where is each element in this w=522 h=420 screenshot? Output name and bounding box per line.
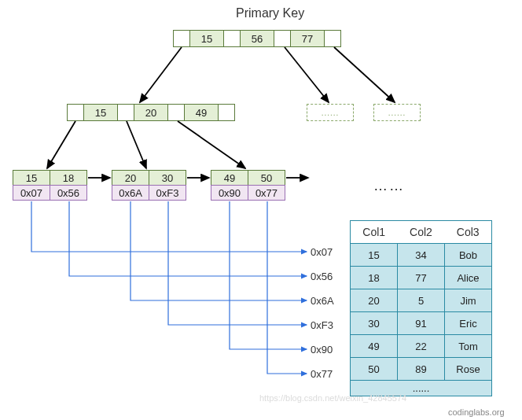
table-cell: 30 [351,312,398,335]
tree-edge [127,121,146,168]
table-cell: Eric [445,312,492,335]
internal-key: 49 [184,104,219,121]
leaf-key: 18 [50,170,87,186]
record-pointer-label: 0x90 [311,344,333,356]
leaf-record-ptr: 0x90 [211,185,248,201]
table-cell: Tom [445,335,492,358]
table-row: 18 77 Alice [351,267,492,289]
record-pointer-label: 0x07 [311,246,333,258]
watermark-text: https://blog.csdn.net/weixin_42845574 [259,393,406,403]
record-pointer-label: 0x77 [311,368,333,380]
record-pointer-label: 0x6A [311,295,334,307]
internal-key: 15 [83,104,118,121]
table-cell: Alice [445,267,492,289]
tree-edge [178,121,245,168]
record-pointer-line [267,201,307,374]
table-cell: 34 [398,244,445,267]
btree-root-node: 15 56 77 [173,30,341,47]
btree-leaf-node: 20 30 0x6A 0xF3 [112,170,186,201]
table-row: 49 22 Tom [351,335,492,358]
leaf-record-ptr: 0x6A [112,185,149,201]
table-cell: 89 [398,358,445,381]
leaf-ellipsis: …… [373,178,405,194]
btree-node-placeholder: ...... [307,104,354,121]
root-child-ptr [324,30,341,47]
table-cell: 22 [398,335,445,358]
table-cell: 20 [351,289,398,312]
btree-node-placeholder: ...... [373,104,421,121]
leaf-record-ptr: 0x77 [248,185,285,201]
leaf-record-ptr: 0x07 [13,185,50,201]
table-row: 30 91 Eric [351,312,492,335]
table-cell: 15 [351,244,398,267]
record-pointer-line [130,201,307,300]
leaf-record-ptr: 0xF3 [149,185,186,201]
internal-child-ptr [218,104,235,121]
internal-child-ptr [167,104,185,121]
internal-child-ptr [117,104,134,121]
table-cell: Jim [445,289,492,312]
diagram-title: Primary Key [236,6,304,20]
table-row: 15 34 Bob [351,244,492,267]
table-cell: 18 [351,267,398,289]
root-key: 15 [189,30,224,47]
record-pointer-line [230,201,307,349]
table-cell: 77 [398,267,445,289]
tree-edge [285,47,329,102]
tree-edge [140,47,182,102]
record-pointer-line [168,201,307,325]
leaf-key: 50 [248,170,285,186]
leaf-record-ptr: 0x56 [50,185,87,201]
root-child-ptr [223,30,241,47]
root-child-ptr [173,30,190,47]
table-cell: 91 [398,312,445,335]
table-header: Col3 [445,221,492,244]
record-pointer-line [31,201,307,252]
root-key: 56 [240,30,274,47]
table-cell: 49 [351,335,398,358]
table-cell: 5 [398,289,445,312]
table-cell: Bob [445,244,492,267]
leaf-key: 15 [13,170,50,186]
table-cell: Rose [445,358,492,381]
table-header: Col2 [398,221,445,244]
internal-key: 20 [134,104,168,121]
record-pointer-line [69,201,307,276]
leaf-key: 30 [149,170,186,186]
internal-child-ptr [67,104,84,121]
btree-internal-node: 15 20 49 [67,104,235,121]
table-header: Col1 [351,221,398,244]
source-label: codinglabs.org [448,407,505,417]
btree-leaf-node: 15 18 0x07 0x56 [13,170,87,201]
leaf-key: 49 [211,170,248,186]
table-row: 20 5 Jim [351,289,492,312]
leaf-key: 20 [112,170,149,186]
root-child-ptr [274,30,291,47]
btree-leaf-node: 49 50 0x90 0x77 [211,170,285,201]
tree-edge [334,47,395,102]
table-cell: 50 [351,358,398,381]
root-key: 77 [290,30,325,47]
table-row: 50 89 Rose [351,358,492,381]
data-table: Col1 Col2 Col3 15 34 Bob 18 77 Alice 20 … [350,220,492,396]
record-pointer-label: 0x56 [311,271,333,282]
tree-edge [47,121,75,168]
record-pointer-label: 0xF3 [311,319,333,331]
